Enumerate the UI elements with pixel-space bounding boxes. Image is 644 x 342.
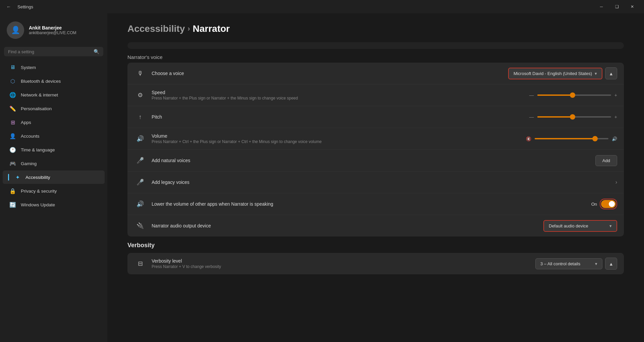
verbosity-level-value: 3 – All control details xyxy=(540,261,580,266)
speed-label: Speed xyxy=(152,90,529,95)
lower-volume-toggle[interactable] xyxy=(601,200,616,208)
breadcrumb-parent[interactable]: Accessibility xyxy=(127,23,185,34)
narrators-voice-card: 🎙 Choose a voice Microsoft David - Engli… xyxy=(127,63,624,236)
sidebar-item-accessibility[interactable]: ✦Accessibility xyxy=(3,170,105,184)
audio-output-row: 🔌 Narrator audio output device Default a… xyxy=(127,215,624,236)
voice-icon: 🎙 xyxy=(134,67,146,79)
breadcrumb: Accessibility › Narrator xyxy=(127,23,624,34)
voice-expand-button[interactable]: ▴ xyxy=(605,67,617,79)
add-legacy-voices-row[interactable]: 🎤 Add legacy voices › xyxy=(127,172,624,193)
add-natural-voices-label: Add natural voices xyxy=(152,158,595,163)
minimize-button[interactable]: ─ xyxy=(594,0,609,13)
user-profile[interactable]: 👤 Ankit Banerjee ankitbanerjee@LIVE.COM xyxy=(0,16,107,47)
main-content: Accessibility › Narrator Narrator's voic… xyxy=(107,13,644,342)
lower-volume-label: Lower the volume of other apps when Narr… xyxy=(152,201,591,207)
top-card-partial xyxy=(127,42,624,49)
apps-icon: ⊞ xyxy=(9,119,16,126)
personalisation-icon: ✏️ xyxy=(9,105,16,112)
sidebar-item-label-accessibility: Accessibility xyxy=(25,175,50,180)
plus-icon: + xyxy=(614,92,617,98)
pitch-slider[interactable] xyxy=(537,116,611,118)
search-input[interactable] xyxy=(8,49,91,54)
app-title: Settings xyxy=(17,4,590,9)
sidebar-item-gaming[interactable]: 🎮Gaming xyxy=(3,157,105,170)
chevron-right-icon: › xyxy=(615,179,617,185)
audio-output-dropdown[interactable]: Default audio device ▾ xyxy=(543,220,617,232)
speed-desc: Press Narrator + the Plus sign or Narrat… xyxy=(152,96,529,100)
audio-output-icon: 🔌 xyxy=(134,220,146,232)
sidebar: 👤 Ankit Banerjee ankitbanerjee@LIVE.COM … xyxy=(0,13,107,342)
verbosity-level-desc: Press Narrator + V to change verbosity xyxy=(152,264,535,269)
close-button[interactable]: ✕ xyxy=(625,0,640,13)
sidebar-item-network[interactable]: 🌐Network & internet xyxy=(3,88,105,101)
sidebar-item-label-time: Time & language xyxy=(21,147,55,152)
choose-voice-value: Microsoft David - English (United States… xyxy=(514,71,592,76)
toggle-knob xyxy=(609,201,615,207)
sidebar-item-personalisation[interactable]: ✏️Personalisation xyxy=(3,102,105,115)
back-button[interactable]: ← xyxy=(4,2,13,11)
sidebar-item-accounts[interactable]: 👤Accounts xyxy=(3,129,105,143)
sidebar-item-bluetooth[interactable]: ⬡Bluetooth & devices xyxy=(3,74,105,88)
verbosity-section-label: Verbosity xyxy=(127,242,624,249)
mic-icon: 🎤 xyxy=(134,154,146,166)
verbosity-expand-button[interactable]: ▴ xyxy=(605,258,617,270)
add-legacy-voices-label: Add legacy voices xyxy=(152,180,615,185)
audio-dropdown-chevron: ▾ xyxy=(609,223,612,228)
choose-voice-dropdown[interactable]: Microsoft David - English (United States… xyxy=(508,68,602,79)
breadcrumb-separator: › xyxy=(187,24,190,33)
bluetooth-icon: ⬡ xyxy=(9,78,16,84)
lower-volume-toggle-wrapper xyxy=(600,199,617,209)
speed-slider[interactable] xyxy=(537,94,611,96)
window-controls: ─ ❑ ✕ xyxy=(594,0,640,13)
verbosity-chevron-down: ▾ xyxy=(595,261,597,266)
verbosity-level-dropdown[interactable]: 3 – All control details ▾ xyxy=(535,258,602,269)
sidebar-item-time[interactable]: 🕐Time & language xyxy=(3,143,105,156)
speed-slider-container: — + xyxy=(529,92,617,98)
verbosity-card: ⊟ Verbosity level Press Narrator + V to … xyxy=(127,253,624,274)
volume-mute-icon: 🔇 xyxy=(526,136,531,141)
legacy-voice-icon: 🎤 xyxy=(134,176,146,188)
narrators-voice-section: Narrator's voice xyxy=(127,54,624,60)
sidebar-item-label-accounts: Accounts xyxy=(21,134,40,139)
time-icon: 🕐 xyxy=(9,146,16,153)
volume-max-icon: 🔊 xyxy=(612,136,617,141)
privacy-icon: 🔒 xyxy=(9,188,16,194)
choose-voice-row: 🎙 Choose a voice Microsoft David - Engli… xyxy=(127,63,624,84)
volume-icon: 🔊 xyxy=(134,133,146,145)
titlebar: ← Settings ─ ❑ ✕ xyxy=(0,0,644,13)
search-box[interactable]: 🔍 xyxy=(4,47,103,56)
volume-row: 🔊 Volume Press Narrator + Ctrl + the Plu… xyxy=(127,128,624,150)
winupdate-icon: 🔄 xyxy=(9,201,16,208)
sidebar-item-winupdate[interactable]: 🔄Windows Update xyxy=(3,198,105,211)
restore-button[interactable]: ❑ xyxy=(609,0,625,13)
pitch-label: Pitch xyxy=(152,114,529,120)
gaming-icon: 🎮 xyxy=(9,160,16,167)
pitch-minus-icon: — xyxy=(529,114,534,120)
add-natural-voices-button[interactable]: Add xyxy=(595,155,617,166)
volume-label: Volume xyxy=(152,133,526,139)
speed-row: ⚙ Speed Press Narrator + the Plus sign o… xyxy=(127,84,624,106)
pitch-icon: ↑ xyxy=(134,111,146,123)
breadcrumb-current: Narrator xyxy=(193,23,230,34)
user-email: ankitbanerjee@LIVE.COM xyxy=(29,30,76,35)
pitch-slider-container: — + xyxy=(529,114,617,120)
sidebar-item-privacy[interactable]: 🔒Privacy & security xyxy=(3,184,105,198)
verbosity-level-row: ⊟ Verbosity level Press Narrator + V to … xyxy=(127,253,624,274)
lower-volume-state: On xyxy=(591,202,597,207)
page-header: Accessibility › Narrator xyxy=(127,23,624,34)
audio-output-label: Narrator audio output device xyxy=(152,223,543,228)
choose-voice-label: Choose a voice xyxy=(152,71,508,76)
minus-icon: — xyxy=(529,92,534,98)
avatar: 👤 xyxy=(7,21,24,39)
audio-output-value: Default audio device xyxy=(549,223,588,228)
active-indicator xyxy=(8,174,9,181)
sidebar-item-system[interactable]: 🖥System xyxy=(3,61,105,74)
sidebar-item-label-system: System xyxy=(21,65,36,70)
volume-slider[interactable] xyxy=(535,138,608,139)
sidebar-item-apps[interactable]: ⊞Apps xyxy=(3,116,105,129)
sidebar-item-label-privacy: Privacy & security xyxy=(21,189,57,194)
accessibility-icon: ✦ xyxy=(14,174,21,181)
volume-slider-container: 🔇 🔊 xyxy=(526,136,617,141)
sidebar-item-label-apps: Apps xyxy=(21,120,31,125)
volume-desc: Press Narrator + Ctrl + the Plus sign or… xyxy=(152,139,526,144)
